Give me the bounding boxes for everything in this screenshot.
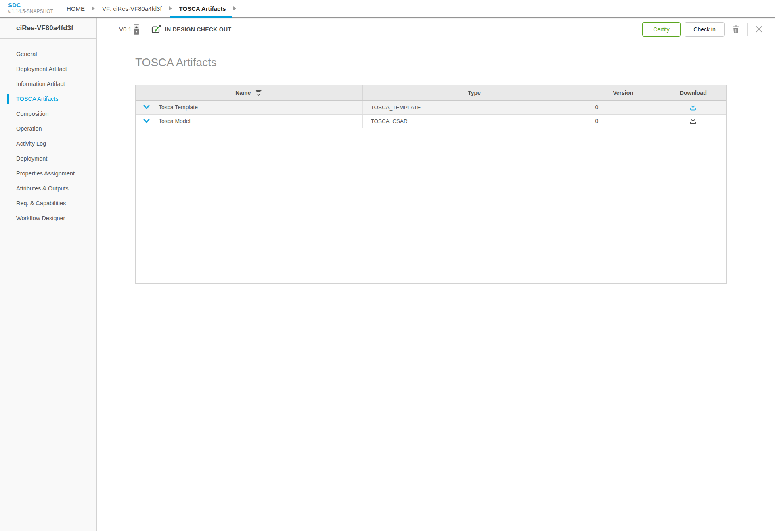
lifecycle-state-label: IN DESIGN CHECK OUT <box>165 26 231 33</box>
sidebar-item-deployment[interactable]: Deployment <box>0 151 96 166</box>
breadcrumb-arrow-icon <box>92 6 95 10</box>
certify-button[interactable]: Certify <box>642 22 681 37</box>
lifecycle-toolbar: V0.1 IN DESIGN CHECK OUT Certify Check i… <box>97 18 775 41</box>
sidebar-item-operation[interactable]: Operation <box>0 121 96 136</box>
sidebar-item-deployment-artifact[interactable]: Deployment Artifact <box>0 62 96 77</box>
breadcrumb: HOME VF: ciRes-VF80a4fd3f TOSCA Artifact… <box>67 0 243 17</box>
column-header-type[interactable]: Type <box>362 85 586 100</box>
sidebar-nav: General Deployment Artifact Information … <box>0 39 96 226</box>
table-row-tosca-model: Tosca Model TOSCA_CSAR 0 <box>136 114 726 128</box>
page-body: ciRes-VF80a4fd3f General Deployment Arti… <box>0 18 775 531</box>
artifact-version: 0 <box>586 114 660 128</box>
column-header-name-label: Name <box>235 90 251 96</box>
artifact-name: Tosca Model <box>159 118 191 124</box>
column-header-download[interactable]: Download <box>660 85 726 100</box>
trash-icon <box>732 25 740 34</box>
breadcrumb-arrow-icon <box>169 6 172 10</box>
sidebar-item-information-artifact[interactable]: Information Artifact <box>0 77 96 92</box>
top-nav-bar: SDC v.1.14.5-SNAPSHOT HOME VF: ciRes-VF8… <box>0 0 775 18</box>
column-header-name[interactable]: Name <box>136 85 362 100</box>
delete-button[interactable] <box>728 22 744 37</box>
sidebar-item-tosca-artifacts[interactable]: TOSCA Artifacts <box>0 92 96 106</box>
check-in-button[interactable]: Check in <box>685 22 725 37</box>
sidebar-item-composition[interactable]: Composition <box>0 106 96 121</box>
chevron-down-icon[interactable] <box>143 119 150 123</box>
sdc-logo[interactable]: SDC v.1.14.5-SNAPSHOT <box>0 0 67 17</box>
sidebar-item-attributes-outputs[interactable]: Attributes & Outputs <box>0 181 96 196</box>
sidebar: ciRes-VF80a4fd3f General Deployment Arti… <box>0 18 97 531</box>
version-label: V0.1 <box>119 26 132 33</box>
tosca-artifacts-panel: TOSCA Artifacts Name <box>97 41 775 284</box>
content-area: V0.1 IN DESIGN CHECK OUT Certify Check i… <box>97 18 775 531</box>
tab-vf-cires[interactable]: VF: ciRes-VF80a4fd3f <box>102 0 162 17</box>
sidebar-resource-title: ciRes-VF80a4fd3f <box>0 18 96 39</box>
artifact-type: TOSCA_CSAR <box>362 114 586 128</box>
download-icon[interactable] <box>689 117 697 125</box>
tab-home[interactable]: HOME <box>67 0 85 17</box>
checkout-edit-icon <box>151 25 161 34</box>
sort-descending-icon <box>254 90 262 96</box>
artifact-name: Tosca Template <box>159 104 198 111</box>
tab-tosca-artifacts[interactable]: TOSCA Artifacts <box>179 0 226 17</box>
sdc-version-text: v.1.14.5-SNAPSHOT <box>8 8 67 15</box>
artifact-type: TOSCA_TEMPLATE <box>362 100 586 114</box>
sidebar-item-workflow-designer[interactable]: Workflow Designer <box>0 211 96 226</box>
artifacts-table: Name Type Version Download <box>135 85 727 284</box>
close-button[interactable] <box>751 22 767 37</box>
sidebar-item-activity-log[interactable]: Activity Log <box>0 136 96 151</box>
download-icon[interactable] <box>689 103 697 111</box>
toolbar-actions: Certify Check in <box>642 22 767 37</box>
breadcrumb-arrow-icon <box>233 6 236 10</box>
column-header-version[interactable]: Version <box>586 85 660 100</box>
stepper-down-icon[interactable] <box>134 29 139 34</box>
version-stepper[interactable] <box>134 24 139 35</box>
sidebar-item-req-capabilities[interactable]: Req. & Capabilities <box>0 196 96 211</box>
toolbar-divider <box>747 23 748 36</box>
close-icon <box>756 26 762 33</box>
sidebar-item-general[interactable]: General <box>0 47 96 62</box>
toolbar-divider <box>145 23 145 35</box>
chevron-down-icon[interactable] <box>143 105 150 110</box>
table-row-tosca-template: Tosca Template TOSCA_TEMPLATE 0 <box>136 100 726 114</box>
stepper-up-icon[interactable] <box>134 25 139 29</box>
sdc-logo-text: SDC <box>8 2 67 8</box>
table-header-row: Name Type Version Download <box>136 85 726 100</box>
page-title: TOSCA Artifacts <box>135 56 775 69</box>
sidebar-item-properties-assignment[interactable]: Properties Assignment <box>0 166 96 181</box>
artifact-version: 0 <box>586 100 660 114</box>
